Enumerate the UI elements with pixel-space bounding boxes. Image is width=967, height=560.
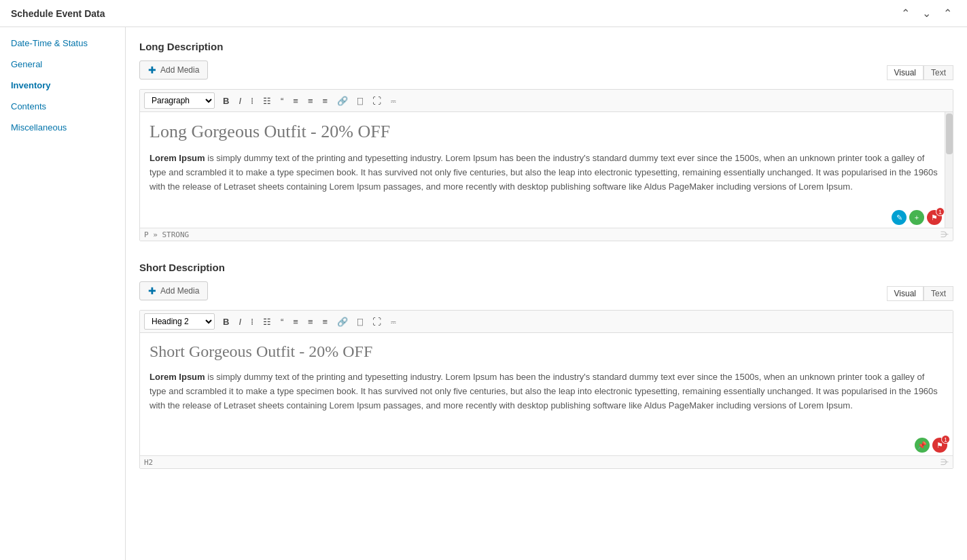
long-float-icon-notify[interactable]: ⚑ 1 — [927, 210, 942, 225]
short-float-icons: 📌 ⚑ 1 — [915, 438, 947, 453]
long-float-icons: ✎ + ⚑ 1 — [892, 210, 942, 225]
long-vt-tabs: Visual Text — [887, 65, 953, 80]
long-body-strong: Lorem Ipsum — [150, 153, 205, 163]
sidebar-item-inventory[interactable]: Inventory — [0, 75, 125, 96]
long-description-editor: Paragraph Heading 1 Heading 2 Heading 3 … — [139, 89, 953, 241]
collapse-up-button[interactable]: ⌃ — [897, 5, 914, 21]
short-table-button[interactable]: ⎕ — [353, 315, 367, 329]
short-add-media-button[interactable]: ✚ Add Media — [139, 281, 208, 300]
long-add-media-button[interactable]: ✚ Add Media — [139, 60, 208, 80]
long-visual-tab[interactable]: Visual — [887, 65, 924, 80]
content-area: Long Description ✚ Add Media Visual Text — [126, 27, 967, 560]
sidebar: Date-Time & Status General Inventory Con… — [0, 27, 126, 560]
long-add-media-label: Add Media — [160, 65, 199, 75]
short-body-text: is simply dummy text of the printing and… — [150, 372, 938, 410]
long-scrollbar-thumb — [946, 113, 953, 154]
sidebar-item-miscellaneous[interactable]: Miscellaneous — [0, 117, 125, 138]
short-text-tab[interactable]: Text — [924, 286, 953, 301]
long-link-button[interactable]: 🔗 — [333, 94, 352, 108]
short-align-right-button[interactable]: ≡ — [319, 315, 332, 329]
short-float-icon-notify[interactable]: ⚑ 1 — [932, 438, 947, 453]
long-ul-button[interactable]: ⁞ — [247, 94, 258, 108]
long-resize-handle[interactable]: ⋺ — [940, 230, 949, 239]
sidebar-item-date-time[interactable]: Date-Time & Status — [0, 33, 125, 54]
long-align-right-button[interactable]: ≡ — [319, 94, 332, 108]
short-format-select[interactable]: Paragraph Heading 1 Heading 2 Heading 3 … — [144, 313, 215, 330]
long-text-tab[interactable]: Text — [924, 65, 953, 80]
top-bar: Schedule Event Data ⌃ ⌄ ⌃ — [0, 0, 967, 27]
long-path-label: P » STRONG — [144, 230, 189, 239]
app-title: Schedule Event Data — [11, 8, 105, 19]
short-align-center-button[interactable]: ≡ — [304, 315, 317, 329]
long-body-text: is simply dummy text of the printing and… — [150, 153, 938, 192]
long-italic-button[interactable]: I — [234, 94, 245, 108]
long-more-button[interactable]: ⎓ — [387, 94, 400, 108]
long-format-select[interactable]: Paragraph Heading 1 Heading 2 Heading 3 … — [144, 92, 215, 109]
long-ol-button[interactable]: ☷ — [259, 94, 275, 108]
short-vt-tabs: Visual Text — [887, 286, 953, 301]
long-align-center-button[interactable]: ≡ — [304, 94, 317, 108]
short-content-heading: Short Gorgeous Outfit - 20% OFF — [150, 343, 943, 361]
short-description-title: Short Description — [139, 262, 953, 273]
short-float-icon-pin[interactable]: 📌 — [915, 438, 930, 453]
long-editor-toolbar: Paragraph Heading 1 Heading 2 Heading 3 … — [140, 90, 953, 112]
sidebar-item-general[interactable]: General — [0, 54, 125, 75]
short-editor-toolbar: Paragraph Heading 1 Heading 2 Heading 3 … — [140, 311, 953, 333]
sidebar-item-contents[interactable]: Contents — [0, 96, 125, 117]
main-layout: Date-Time & Status General Inventory Con… — [0, 27, 967, 560]
short-bold-button[interactable]: B — [219, 315, 233, 329]
short-description-editor: Paragraph Heading 1 Heading 2 Heading 3 … — [139, 310, 953, 469]
top-bar-controls: ⌃ ⌄ ⌃ — [897, 5, 956, 21]
long-bold-button[interactable]: B — [219, 94, 233, 108]
expand-button[interactable]: ⌃ — [939, 5, 956, 21]
long-content-body: Lorem Ipsum is simply dummy text of the … — [150, 152, 939, 194]
long-content-heading: Long Gorgeous Outfit - 20% OFF — [150, 122, 939, 142]
short-content-body: Lorem Ipsum is simply dummy text of the … — [150, 370, 943, 413]
short-ul-button[interactable]: ⁞ — [247, 315, 258, 329]
short-fullscreen-button[interactable]: ⛶ — [368, 315, 385, 329]
long-float-icon-pencil[interactable]: ✎ — [892, 210, 907, 225]
short-align-left-button[interactable]: ≡ — [289, 315, 302, 329]
short-italic-button[interactable]: I — [234, 315, 245, 329]
long-table-button[interactable]: ⎕ — [353, 94, 367, 108]
long-description-title: Long Description — [139, 41, 953, 52]
short-editor-content[interactable]: Short Gorgeous Outfit - 20% OFF Lorem Ip… — [140, 333, 953, 455]
long-notification-badge: 1 — [936, 207, 945, 216]
long-scrollbar[interactable] — [945, 112, 953, 228]
short-blockquote-button[interactable]: “ — [277, 315, 287, 329]
short-add-media-icon: ✚ — [148, 285, 156, 296]
short-visual-tab[interactable]: Visual — [887, 286, 924, 301]
long-fullscreen-button[interactable]: ⛶ — [368, 94, 385, 108]
short-add-media-label: Add Media — [160, 286, 199, 296]
short-resize-handle[interactable]: ⋺ — [940, 457, 949, 467]
short-body-strong: Lorem Ipsum — [150, 372, 205, 382]
long-align-left-button[interactable]: ≡ — [289, 94, 302, 108]
collapse-down-button[interactable]: ⌄ — [918, 5, 935, 21]
short-notification-badge: 1 — [941, 435, 950, 444]
app-container: Schedule Event Data ⌃ ⌄ ⌃ Date-Time & St… — [0, 0, 967, 560]
short-ol-button[interactable]: ☷ — [259, 315, 275, 329]
short-path-label: H2 — [144, 458, 153, 467]
short-link-button[interactable]: 🔗 — [333, 315, 352, 329]
short-more-button[interactable]: ⎓ — [387, 315, 400, 329]
long-editor-content[interactable]: Long Gorgeous Outfit - 20% OFF Lorem Ips… — [140, 112, 953, 228]
short-description-section: Short Description ✚ Add Media Visual Tex… — [139, 262, 953, 469]
long-description-section: Long Description ✚ Add Media Visual Text — [139, 41, 953, 241]
long-float-icon-plus[interactable]: + — [909, 210, 924, 225]
long-blockquote-button[interactable]: “ — [277, 94, 287, 108]
add-media-icon: ✚ — [148, 65, 156, 75]
